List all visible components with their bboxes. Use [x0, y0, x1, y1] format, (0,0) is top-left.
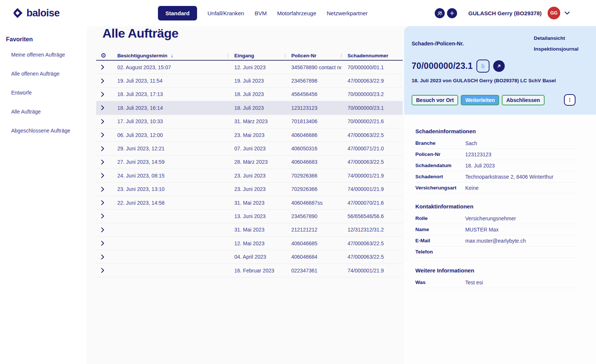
baloise-logo[interactable]: baloise: [12, 7, 60, 19]
abschliessen-button[interactable]: Abschliessen: [502, 95, 544, 105]
table-row[interactable]: 29. Juni 2023, 12:2107. Juni 20234060503…: [96, 142, 403, 155]
table-row[interactable]: 06. Juli 2023, 12:0023. Mai 202340604668…: [96, 128, 403, 142]
cell-eingang: 13. Juni 2023: [228, 213, 285, 219]
cell-policen-nr: 212121212: [285, 227, 341, 233]
table-row[interactable]: 23. Juni 2023, 13:1023. Juni 20237029263…: [96, 183, 403, 196]
open-claim-button[interactable]: [493, 60, 505, 72]
sidebar-item-meine-offenen-auftrage[interactable]: Meine offenen Aufträge: [0, 45, 87, 64]
tab-unfall-kranken[interactable]: Unfall/Kranken: [207, 10, 244, 16]
table-row[interactable]: 24. Juni 2023, 08:1523. Juni 20237029263…: [96, 169, 403, 182]
chevron-right-icon[interactable]: [101, 146, 105, 151]
chevron-right-icon[interactable]: [101, 227, 105, 233]
table-row[interactable]: 27. Juni 2023, 14:5928. März 20234060466…: [96, 156, 403, 169]
tab-netzwerkpartner[interactable]: Netzwerkpartner: [327, 10, 368, 16]
inspektionsjournal-link[interactable]: Inspektionsjournal: [534, 46, 578, 52]
user-name[interactable]: GULASCH Gerry (BO29378): [468, 10, 542, 16]
row-expand-cell: [96, 105, 112, 111]
cell-eingang: 12. Mai 2023: [228, 240, 285, 246]
arrow-up-right-icon: [496, 63, 502, 69]
row-expand-cell: [96, 146, 112, 151]
column-header-eingang[interactable]: Eingang: [228, 53, 285, 58]
section-heading: Kontaktinformationen: [415, 203, 577, 210]
table-row[interactable]: 12. Mai 202340604668547/000063/22.5: [96, 237, 403, 250]
chevron-right-icon[interactable]: [101, 268, 105, 273]
sidebar-item-alle-auftrage[interactable]: Alle Aufträge: [0, 102, 87, 121]
column-header-policen-nr[interactable]: Policen-Nr: [285, 53, 341, 58]
detail-links: Detailansicht Inspektionsjournal: [534, 35, 578, 52]
chevron-right-icon[interactable]: [101, 159, 105, 165]
tab-motorfahrzeuge[interactable]: Motorfahrzeuge: [277, 10, 316, 16]
field-e-mail: E-Mailmax.muster@earlybyte.ch: [415, 235, 577, 246]
cell-besichtigungstermin: 24. Juni 2023, 08:15: [112, 173, 228, 179]
section-heading: Schadeninformationen: [415, 128, 577, 134]
chevron-right-icon[interactable]: [101, 132, 105, 138]
cell-eingang: 23. Juni 2023: [228, 186, 285, 192]
field-versicherungsart: VersicherungsartKeine: [415, 182, 577, 194]
tab-bvm[interactable]: BVM: [254, 10, 267, 16]
chevron-right-icon[interactable]: [101, 200, 105, 205]
contacts-button[interactable]: [435, 8, 445, 18]
field-value: Sach: [465, 140, 477, 146]
sidebar: Favoriten Meine offenen AufträgeAlle off…: [0, 26, 87, 364]
field-value: max.muster@earlybyte.ch: [465, 238, 526, 244]
field-label: Rolle: [415, 215, 465, 221]
more-actions-button[interactable]: [564, 94, 576, 106]
field-label: Schadendatum: [415, 163, 465, 168]
chevron-right-icon[interactable]: [101, 254, 105, 260]
chevron-right-icon[interactable]: [101, 92, 105, 97]
besuch-vor-ort-button[interactable]: Besuch vor Ort: [412, 95, 458, 105]
cell-policen-nr: 234567898: [285, 78, 341, 84]
cell-schadennummer: 74/000001/21.9: [341, 186, 403, 192]
cell-besichtigungstermin: 19. Juli 2023, 11:54: [112, 78, 228, 84]
table-row[interactable]: 04. April 202340604668447/000063/22.5: [96, 250, 403, 264]
table-row[interactable]: 18. Juli 2023, 16:1418. Juli 20231231231…: [96, 101, 403, 115]
chevron-right-icon[interactable]: [101, 213, 105, 219]
chevron-right-icon[interactable]: [101, 186, 105, 192]
cell-eingang: 16. Februar 2023: [228, 268, 285, 274]
tab-standard[interactable]: Standard: [158, 6, 197, 20]
row-expand-cell: [96, 227, 112, 233]
column-header-schadennummer[interactable]: Schadennummer: [341, 53, 403, 58]
table-row[interactable]: 13. Juni 202323456789056/656546/56.6: [96, 210, 403, 223]
table-row[interactable]: 16. Februar 202302234736174/000001/21.9: [96, 264, 403, 277]
chevron-right-icon[interactable]: [101, 240, 105, 246]
column-header-settings: ⚙: [96, 52, 112, 59]
cell-policen-nr: 123123123: [285, 105, 341, 111]
column-label: Besichtigungstermin: [117, 53, 167, 58]
cell-policen-nr: 406046685: [285, 240, 341, 246]
detailansicht-link[interactable]: Detailansicht: [534, 35, 578, 41]
row-expand-cell: [96, 213, 112, 219]
field-schadendatum: Schadendatum18. Juli 2023: [415, 160, 577, 171]
top-navbar: baloise StandardUnfall/KrankenBVMMotorfa…: [0, 0, 596, 26]
sidebar-item-alle-offenen-auftrage[interactable]: Alle offenen Aufträge: [0, 64, 87, 83]
table-row[interactable]: 31. Mai 202321212121212/312312/31.2: [96, 223, 403, 237]
table-row[interactable]: 22. Juni 2023, 14:5831. Mai 202340604668…: [96, 196, 403, 210]
chevron-right-icon[interactable]: [101, 64, 105, 70]
gear-icon[interactable]: ⚙: [101, 52, 106, 59]
table-row[interactable]: 18. Juli 2023, 17:1318. Juli 20234564564…: [96, 88, 403, 101]
field-telefon: Telefon: [415, 246, 577, 258]
table-row[interactable]: 19. Juli 2023, 11:5419. Juli 20232345678…: [96, 74, 403, 87]
table-row[interactable]: 02. August 2023, 15:0712. Juni 202334567…: [96, 61, 403, 74]
sort-desc-icon[interactable]: ↓: [171, 52, 173, 58]
sidebar-item-entwurfe[interactable]: Entwürfe: [0, 83, 87, 102]
create-new-button[interactable]: [447, 8, 457, 18]
chevron-right-icon[interactable]: [101, 78, 105, 84]
row-expand-cell: [96, 78, 112, 84]
chevron-down-icon[interactable]: [564, 11, 570, 15]
row-expand-cell: [96, 173, 112, 178]
avatar[interactable]: GG: [548, 7, 560, 19]
chevron-right-icon[interactable]: [101, 105, 105, 111]
claim-number: 70/000000/23.1: [412, 61, 473, 71]
table-row[interactable]: 17. Juli 2023, 10:3331. März 20237018134…: [96, 115, 403, 128]
panel-sections: SchadeninformationenBrancheSachPolicen-N…: [404, 115, 596, 288]
cell-schadennummer: 70/000000/01.1: [341, 64, 403, 70]
weiterleiten-button[interactable]: Weiterleiten: [461, 95, 499, 105]
copy-button[interactable]: [476, 60, 489, 73]
column-header-besichtigungstermin[interactable]: Besichtigungstermin↓: [112, 52, 228, 58]
chevron-right-icon[interactable]: [101, 119, 105, 124]
baloise-diamond-icon: [12, 7, 23, 19]
chevron-right-icon[interactable]: [101, 173, 105, 178]
field-rolle: RolleVersicherungsnehmer: [415, 213, 577, 224]
sidebar-item-abgeschlossene-auftrage[interactable]: Abgeschlossene Aufträge: [0, 121, 87, 140]
